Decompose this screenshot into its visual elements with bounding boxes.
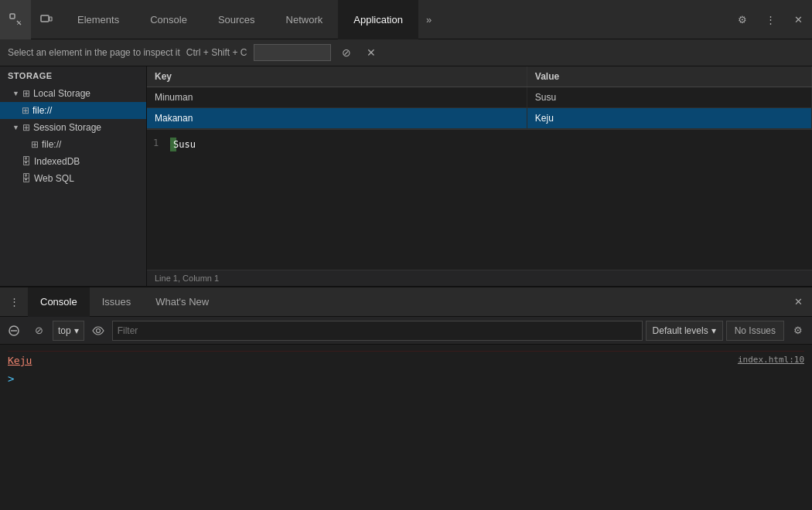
top-tab-bar: Elements Console Sources Network Applica… <box>0 0 812 39</box>
device-toolbar-icon[interactable] <box>31 0 62 39</box>
inspect-bar-input[interactable] <box>254 44 331 61</box>
sidebar-item-local-storage-file[interactable]: ⊞ file:// <box>0 102 146 119</box>
session-storage-file-label: file:// <box>42 139 61 150</box>
expand-arrow-session-storage: ▼ <box>12 124 19 131</box>
menu-icon[interactable]: ⋮ <box>756 0 784 39</box>
svg-rect-0 <box>10 14 15 19</box>
db-icon-websql: 🗄 <box>22 173 31 184</box>
local-storage-file-label: file:// <box>32 105 52 116</box>
line-number: 1 <box>153 138 159 148</box>
storage-table: Key Value Minuman Susu Makanan Keju <box>147 66 812 129</box>
local-storage-label: Local Storage <box>33 88 90 99</box>
tab-elements[interactable]: Elements <box>62 0 135 39</box>
tab-application[interactable]: Application <box>338 0 418 39</box>
top-context-label: top <box>58 325 71 336</box>
col-header-value: Value <box>527 66 811 87</box>
default-levels-arrow: ▾ <box>711 325 716 336</box>
more-tabs-icon[interactable]: » <box>418 0 439 39</box>
console-output: Keju index.html:10 > <box>0 345 812 510</box>
inspect-bar-text: Select an element in the page to inspect… <box>8 47 180 58</box>
tab-whats-new[interactable]: What's New <box>143 287 221 317</box>
web-sql-label: Web SQL <box>34 173 74 184</box>
table-row-selected[interactable]: Makanan Keju <box>147 108 812 129</box>
inspect-clear-icon[interactable]: ⊘ <box>337 43 356 62</box>
value-editor: 1 Susu <box>147 129 812 270</box>
inspect-element-icon[interactable] <box>0 0 31 39</box>
console-error-link[interactable]: index.html:10 <box>738 355 804 365</box>
grid-icon-session-file: ⊞ <box>31 139 39 150</box>
sidebar: Storage ▼ ⊞ Local Storage ⊞ file:// ▼ ⊞ … <box>0 66 147 286</box>
expand-arrow-local-storage: ▼ <box>12 90 19 97</box>
cell-value-keju: Keju <box>527 108 811 129</box>
inspect-bar-shortcut: Ctrl + Shift + C <box>186 47 247 58</box>
console-settings-icon[interactable]: ⚙ <box>787 320 809 342</box>
sidebar-item-indexeddb[interactable]: 🗄 IndexedDB <box>0 153 146 170</box>
top-context-select[interactable]: top ▾ <box>53 321 84 341</box>
cell-key-minuman: Minuman <box>147 87 527 108</box>
indexeddb-label: IndexedDB <box>34 156 80 167</box>
close-devtools-icon[interactable]: ✕ <box>784 0 812 39</box>
col-header-key: Key <box>147 66 527 87</box>
console-menu-icon[interactable]: ⋮ <box>0 287 28 317</box>
session-storage-label: Session Storage <box>33 122 101 133</box>
default-levels-select[interactable]: Default levels ▾ <box>646 321 723 341</box>
db-icon-indexeddb: 🗄 <box>22 156 31 167</box>
devtools-panel: Elements Console Sources Network Applica… <box>0 0 812 510</box>
content-area: Key Value Minuman Susu Makanan Keju <box>147 66 812 286</box>
inspect-close-icon[interactable]: ✕ <box>362 43 380 62</box>
svg-point-4 <box>96 328 100 332</box>
console-prompt[interactable]: > <box>8 369 804 388</box>
sidebar-item-session-storage-file[interactable]: ⊞ file:// <box>0 136 146 153</box>
filter-input[interactable] <box>112 321 643 341</box>
toolbar-right: ⚙ ⋮ ✕ <box>728 0 812 39</box>
console-close-icon[interactable]: ✕ <box>784 287 812 317</box>
tab-network[interactable]: Network <box>271 0 339 39</box>
clear-console-icon[interactable] <box>3 320 25 342</box>
cell-value-susu: Susu <box>527 87 811 108</box>
console-toolbar: ⊘ top ▾ Default levels ▾ No Issues ⚙ <box>0 317 812 345</box>
console-error-line: Keju index.html:10 <box>8 351 804 369</box>
block-icon[interactable]: ⊘ <box>28 320 49 342</box>
svg-rect-1 <box>41 15 49 22</box>
tab-console-bottom[interactable]: Console <box>28 287 90 317</box>
svg-rect-2 <box>49 17 52 21</box>
tab-sources[interactable]: Sources <box>203 0 271 39</box>
grid-icon-local-storage: ⊞ <box>22 88 30 99</box>
value-content: Susu <box>170 138 199 151</box>
panel-area: Storage ▼ ⊞ Local Storage ⊞ file:// ▼ ⊞ … <box>0 66 812 286</box>
prompt-arrow-icon: > <box>8 372 14 385</box>
status-bar: Line 1, Column 1 <box>147 270 812 286</box>
sidebar-item-web-sql[interactable]: 🗄 Web SQL <box>0 170 146 187</box>
settings-icon[interactable]: ⚙ <box>728 0 756 39</box>
sidebar-item-session-storage[interactable]: ▼ ⊞ Session Storage <box>0 119 146 136</box>
no-issues-badge: No Issues <box>726 321 784 341</box>
storage-section-header: Storage <box>0 66 146 85</box>
cell-key-makanan: Makanan <box>147 108 527 129</box>
default-levels-label: Default levels <box>653 325 708 336</box>
grid-icon-session-storage: ⊞ <box>22 122 30 133</box>
inspect-bar: Select an element in the page to inspect… <box>0 39 812 66</box>
top-context-arrow: ▾ <box>74 325 79 336</box>
grid-icon-file: ⊞ <box>22 105 29 116</box>
sidebar-item-local-storage[interactable]: ▼ ⊞ Local Storage <box>0 85 146 102</box>
tab-console[interactable]: Console <box>135 0 203 39</box>
console-error-text: Keju <box>8 355 32 366</box>
table-row[interactable]: Minuman Susu <box>147 87 812 108</box>
eye-icon[interactable] <box>87 320 109 342</box>
tab-issues[interactable]: Issues <box>90 287 144 317</box>
console-tab-bar: ⋮ Console Issues What's New ✕ <box>0 287 812 317</box>
value-highlighted: Susu <box>170 138 176 151</box>
console-area: ⋮ Console Issues What's New ✕ ⊘ top ▾ <box>0 286 812 510</box>
